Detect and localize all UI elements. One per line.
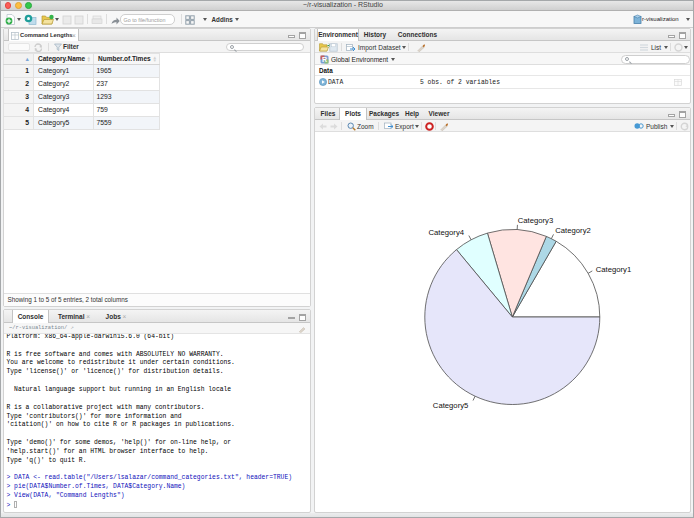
svg-text:R: R (322, 56, 327, 63)
